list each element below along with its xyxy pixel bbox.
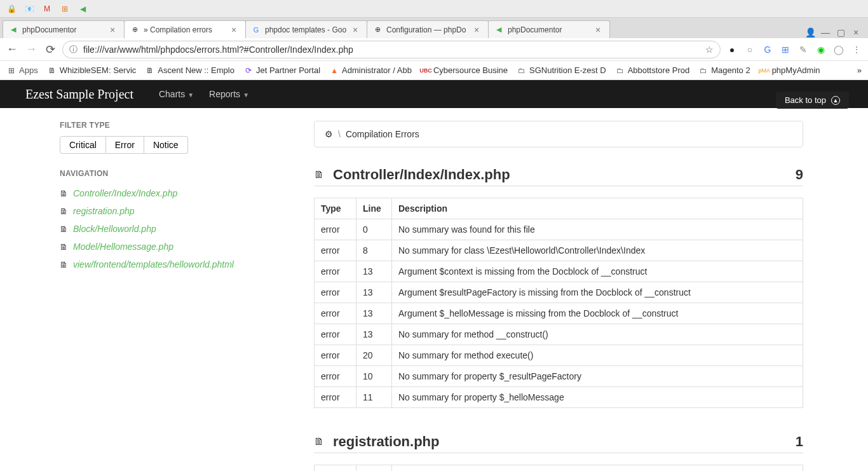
bookmark-item[interactable]: ⟳Jet Partner Portal <box>243 65 320 76</box>
nav-item: 🗎registration.php <box>60 202 288 220</box>
extension-icon[interactable]: ● <box>726 43 738 56</box>
table-cell-type: error <box>315 303 356 324</box>
table-cell-line: 20 <box>356 345 392 366</box>
apps-button[interactable]: ⊞Apps <box>6 65 38 76</box>
table-cell-type: error <box>315 282 356 303</box>
address-text: file:///var/www/html/phpdocs/errors.html… <box>83 44 702 55</box>
extension-icon[interactable]: ○ <box>743 43 756 56</box>
folder-icon: 🗀 <box>698 65 709 76</box>
menu-charts[interactable]: Charts▼ <box>159 89 194 99</box>
nav-link[interactable]: Model/Hellomessage.php <box>73 242 173 252</box>
table-cell-desc: No summary for property $_resultPageFact… <box>392 366 803 387</box>
nav-link[interactable]: Block/Helloworld.php <box>73 224 156 234</box>
extension-icon[interactable]: ◯ <box>832 43 845 56</box>
taskbar-icon-office[interactable]: ⊞ <box>57 3 72 15</box>
chevron-down-icon: ▼ <box>187 92 194 99</box>
browser-tab[interactable]: ⊕ Configuration — phpDo × <box>367 20 489 38</box>
browser-tab[interactable]: G phpdoc templates - Goo × <box>245 20 367 38</box>
table-cell-type: error <box>315 219 356 240</box>
taskbar-icon-gmail[interactable]: M <box>39 3 55 15</box>
extension-icon[interactable]: ◉ <box>815 43 827 56</box>
menu-icon[interactable]: ⋮ <box>850 43 863 56</box>
close-icon[interactable]: × <box>353 25 362 34</box>
gitlab-icon: ▲ <box>329 65 339 76</box>
bookmark-item[interactable]: 🗎WhizibleSEM: Servic <box>47 65 137 76</box>
close-icon[interactable]: × <box>595 25 604 34</box>
apps-icon: ⊞ <box>6 65 17 76</box>
bookmark-item[interactable]: 🗀Magento 2 <box>698 65 750 76</box>
table-cell-type: error <box>315 240 356 261</box>
table-cell-line: 13 <box>356 303 392 324</box>
bookmark-label: Ascent New :: Emplo <box>158 65 234 75</box>
favicon-icon: ⊕ <box>130 25 140 35</box>
os-taskbar: 🔒 📧 M ⊞ ◀ <box>0 0 868 18</box>
filter-notice-button[interactable]: Notice <box>144 136 188 154</box>
table-header: Description <box>392 198 803 219</box>
brand-title[interactable]: Ezest Sample Project <box>25 87 133 102</box>
user-icon[interactable]: 👤 <box>804 27 816 38</box>
nav-link[interactable]: Controller/Index/Index.php <box>73 188 177 198</box>
close-window-icon[interactable]: × <box>850 27 862 38</box>
errors-table: TypeLineDescription <box>314 465 803 471</box>
nav-link[interactable]: view/frontend/templates/helloworld.phtml <box>73 259 234 270</box>
close-icon[interactable]: × <box>231 25 240 34</box>
table-row: error13Argument $context is missing from… <box>315 261 803 282</box>
maximize-icon[interactable]: ▢ <box>835 27 846 38</box>
table-cell-line: 13 <box>356 324 392 345</box>
filter-critical-button[interactable]: Critical <box>60 136 106 154</box>
bookmark-label: Apps <box>19 65 38 75</box>
extension-icon[interactable]: ✎ <box>797 43 810 56</box>
taskbar-icon-outlook[interactable]: 📧 <box>22 3 37 15</box>
table-cell-type: error <box>315 324 356 345</box>
extension-icon[interactable]: G <box>761 43 774 56</box>
close-icon[interactable]: × <box>110 25 119 34</box>
table-row: error13Argument $resultPageFactory is mi… <box>315 282 803 303</box>
nav-item: 🗎view/frontend/templates/helloworld.phtm… <box>60 256 288 273</box>
browser-tab[interactable]: ◀ phpDocumentor × <box>3 20 125 38</box>
table-row: error0No summary was found for this file <box>315 219 803 240</box>
file-icon: 🗎 <box>60 224 68 234</box>
bookmark-item[interactable]: 🗀SGNutrition E-zest D <box>517 65 606 76</box>
taskbar-icon-lock[interactable]: 🔒 <box>4 3 19 15</box>
bookmark-item[interactable]: 🗀Abbottstore Prod <box>615 65 690 76</box>
bookmark-item[interactable]: 🗎Ascent New :: Emplo <box>145 65 234 76</box>
bookmarks-bar: ⊞Apps 🗎WhizibleSEM: Servic 🗎Ascent New :… <box>0 61 868 80</box>
address-input[interactable]: ⓘ file:///var/www/html/phpdocs/errors.ht… <box>62 41 721 58</box>
bookmark-item[interactable]: UBCCybersource Busine <box>421 65 508 76</box>
bookmark-item[interactable]: pMAphpMyAdmin <box>759 65 820 76</box>
filter-error-button[interactable]: Error <box>106 136 144 154</box>
bookmark-label: phpMyAdmin <box>772 65 820 75</box>
favicon-icon: G <box>251 25 261 35</box>
page-navbar: Ezest Sample Project Charts▼ Reports▼ <box>0 80 868 108</box>
table-header: Line <box>356 198 392 219</box>
extension-icon[interactable]: ⊞ <box>779 43 792 56</box>
tab-title: phpdoc templates - Goo <box>265 25 350 34</box>
minimize-icon[interactable]: — <box>820 27 831 38</box>
address-bar-row: ← → ⟳ ⓘ file:///var/www/html/phpdocs/err… <box>0 38 868 61</box>
file-name: Controller/Index/Index.php <box>333 167 796 183</box>
bookmark-label: SGNutrition E-zest D <box>529 65 606 75</box>
error-count: 9 <box>796 167 803 183</box>
table-cell-type: error <box>315 261 356 282</box>
favicon-icon: ◀ <box>494 25 504 35</box>
menu-reports[interactable]: Reports▼ <box>209 89 249 99</box>
reload-button[interactable]: ⟳ <box>43 43 57 57</box>
taskbar-icon-phpdoc[interactable]: ◀ <box>75 3 90 15</box>
bookmark-star-icon[interactable]: ☆ <box>705 44 714 55</box>
bookmark-item[interactable]: ▲Administrator / Abb <box>329 65 412 76</box>
file-heading: 🗎Controller/Index/Index.php9 <box>314 167 803 186</box>
bookmarks-overflow[interactable]: » <box>857 65 862 75</box>
file-icon: 🗎 <box>60 260 68 270</box>
breadcrumb-label: Compilation Errors <box>346 129 419 139</box>
gear-icon: ⚙ <box>325 129 333 139</box>
table-header: Type <box>315 198 356 219</box>
close-icon[interactable]: × <box>474 25 483 34</box>
info-icon[interactable]: ⓘ <box>69 44 79 55</box>
table-header: Description <box>392 465 803 472</box>
browser-tab[interactable]: ◀ phpDocumentor × <box>488 20 610 38</box>
browser-tab[interactable]: ⊕ » Compilation errors × <box>124 20 246 38</box>
back-to-top-button[interactable]: Back to top ▲ <box>776 92 849 109</box>
back-button[interactable]: ← <box>5 43 19 57</box>
nav-link[interactable]: registration.php <box>73 206 135 216</box>
bookmark-label: Administrator / Abb <box>342 65 412 75</box>
